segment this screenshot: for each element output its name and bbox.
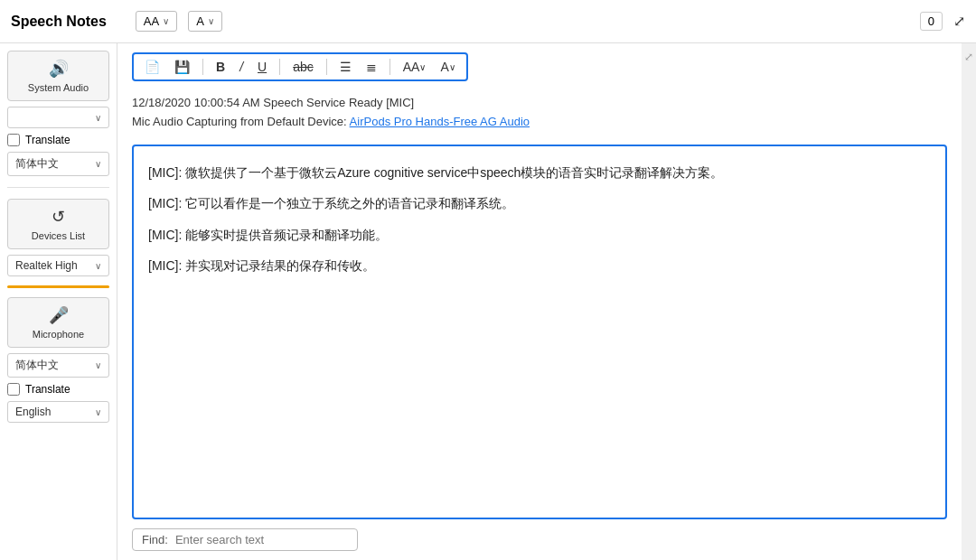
realtek-chevron-icon: ∨: [95, 261, 101, 271]
app-title: Speech Notes: [11, 14, 107, 30]
font-size-label: AA: [144, 14, 159, 28]
notes-line: [MIC]: 它可以看作是一个独立于系统之外的语音记录和翻译系统。: [148, 191, 931, 216]
bullet-list-button[interactable]: ☰: [336, 58, 355, 76]
font-color-dropdown[interactable]: A ∨: [188, 11, 222, 32]
system-audio-label: System Audio: [28, 82, 89, 93]
mic-lang-chevron-icon: ∨: [95, 360, 101, 370]
microphone-icon: 🎤: [49, 305, 69, 325]
numbered-list-button[interactable]: ≣: [362, 58, 380, 76]
new-doc-button[interactable]: 📄: [141, 58, 164, 76]
speaker-icon: 🔊: [49, 59, 69, 79]
system-audio-device-dropdown[interactable]: ∨: [7, 107, 109, 128]
notification-badge: 0: [920, 12, 943, 31]
toolbar-font-size-dropdown[interactable]: AA ∨: [399, 58, 430, 76]
save-button[interactable]: 💾: [171, 58, 193, 76]
devices-list-icon: ↺: [52, 207, 65, 227]
system-audio-translate-label: Translate: [25, 134, 70, 146]
font-size-chevron-icon: ∨: [163, 16, 169, 26]
right-scroll: ⤢: [962, 43, 976, 560]
find-label: Find:: [142, 533, 168, 546]
devices-list-label: Devices List: [32, 230, 85, 241]
font-size-dropdown[interactable]: AA ∨: [136, 11, 177, 32]
content-area: 📄 💾 B / U abc ☰ ≣ AA ∨ A: [117, 43, 962, 560]
main-layout: 🔊 System Audio ∨ Translate 简体中文 ∨ ↺ Devi…: [0, 43, 976, 560]
system-audio-language-dropdown[interactable]: 简体中文 ∨: [7, 152, 109, 176]
italic-button[interactable]: /: [236, 58, 247, 76]
devices-section: ↺ Devices List Realtek High ∨: [7, 199, 109, 276]
system-audio-section: 🔊 System Audio ∨ Translate 简体中文 ∨: [7, 51, 109, 176]
save-icon: 💾: [174, 60, 190, 74]
notes-line: [MIC]: 并实现对记录结果的保存和传收。: [148, 254, 931, 278]
status-text: 12/18/2020 10:00:54 AM Speech Service Re…: [132, 94, 947, 132]
status-line-2: Mic Audio Capturing from Default Device:…: [132, 113, 947, 132]
toolbar-font-size-label: AA: [403, 60, 420, 74]
system-audio-translate-checkbox[interactable]: [7, 134, 20, 146]
title-bar-right: 0 ⤢: [920, 12, 965, 31]
system-audio-device-value: [15, 111, 18, 124]
toolbar-font-color-dropdown[interactable]: A ∨: [436, 58, 458, 76]
toolbar-font-size-chevron-icon: ∨: [419, 62, 426, 72]
scroll-expand-button[interactable]: ⤢: [964, 51, 973, 63]
toolbar-font-color-label: A: [440, 60, 448, 74]
numbered-list-icon: ≣: [366, 60, 377, 74]
title-bar: Speech Notes AA ∨ A ∨ 0 ⤢: [0, 0, 976, 43]
strikethrough-button[interactable]: abc: [289, 58, 317, 76]
toolbar-sep-1: [202, 59, 203, 75]
system-audio-lang-chevron-icon: ∨: [95, 159, 101, 169]
mic-language-value: 简体中文: [15, 358, 59, 373]
mic-translate-label: Translate: [25, 383, 70, 396]
status-line-2-prefix: Mic Audio Capturing from Default Device:: [132, 115, 350, 128]
devices-list-button[interactable]: ↺ Devices List: [7, 199, 109, 249]
mic-translate-checkbox[interactable]: [7, 383, 20, 396]
system-audio-chevron-icon: ∨: [95, 113, 101, 123]
notes-line: [MIC]: 能够实时提供音频记录和翻译功能。: [148, 223, 931, 247]
english-chevron-icon: ∨: [95, 407, 101, 417]
bullet-list-icon: ☰: [340, 60, 352, 74]
expand-button[interactable]: ⤢: [953, 13, 965, 30]
font-color-chevron-icon: ∨: [208, 16, 214, 26]
orange-divider-bar: [7, 285, 109, 288]
system-audio-language-value: 简体中文: [15, 156, 59, 172]
mic-translate-row: Translate: [7, 383, 109, 396]
system-audio-button[interactable]: 🔊 System Audio: [7, 51, 109, 101]
title-bar-controls: AA ∨ A ∨: [136, 11, 222, 32]
toolbar-sep-4: [389, 59, 390, 75]
english-dropdown[interactable]: English ∨: [7, 401, 109, 423]
sidebar-divider-1: [7, 187, 109, 188]
find-input[interactable]: [175, 533, 348, 546]
system-audio-translate-row: Translate: [7, 134, 109, 146]
status-device-name: AirPods Pro Hands-Free AG Audio: [350, 115, 530, 128]
microphone-label: Microphone: [33, 329, 84, 340]
find-bar: Find:: [132, 528, 358, 551]
microphone-button[interactable]: 🎤 Microphone: [7, 297, 109, 348]
toolbar-sep-3: [326, 59, 327, 75]
notes-box[interactable]: [MIC]: 微软提供了一个基于微软云Azure cognitive servi…: [132, 145, 947, 519]
realtek-dropdown[interactable]: Realtek High ∨: [7, 255, 109, 276]
bold-button[interactable]: B: [212, 58, 229, 76]
sidebar: 🔊 System Audio ∨ Translate 简体中文 ∨ ↺ Devi…: [0, 43, 117, 560]
toolbar-font-color-chevron-icon: ∨: [449, 62, 455, 72]
realtek-value: Realtek High: [15, 259, 78, 272]
new-doc-icon: 📄: [145, 60, 160, 74]
toolbar-sep-2: [279, 59, 280, 75]
status-line-1: 12/18/2020 10:00:54 AM Speech Service Re…: [132, 94, 947, 113]
mic-language-dropdown[interactable]: 简体中文 ∨: [7, 353, 109, 378]
font-color-label: A: [196, 14, 204, 28]
editor-toolbar: 📄 💾 B / U abc ☰ ≣ AA ∨ A: [132, 52, 468, 81]
microphone-section: 🎤 Microphone 简体中文 ∨ Translate English ∨: [7, 297, 109, 423]
english-value: English: [15, 406, 51, 418]
notes-line: [MIC]: 微软提供了一个基于微软云Azure cognitive servi…: [148, 161, 931, 185]
underline-button[interactable]: U: [254, 58, 270, 76]
